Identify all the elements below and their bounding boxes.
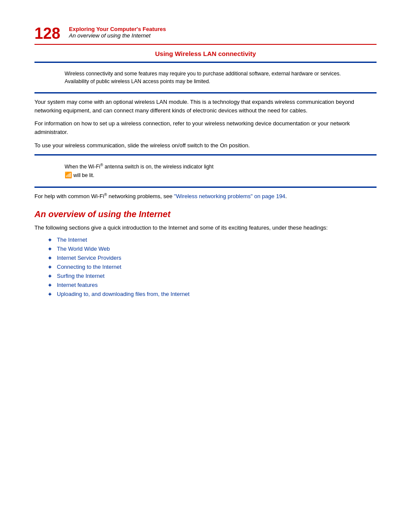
page-container: 128 Exploring Your Computer's Features A…: [0, 0, 411, 532]
internet-link-7[interactable]: Uploading to, and downloading files from…: [57, 291, 190, 297]
diamond-icon-2: ✦: [47, 246, 53, 252]
list-item: ✦ Internet features: [47, 282, 377, 289]
list-item: ✦ Internet Service Providers: [47, 255, 377, 261]
note-box-1: Wireless connectivity and some features …: [60, 66, 351, 89]
list-item: ✦ The Internet: [47, 236, 377, 243]
blue-bar-4: [34, 187, 377, 188]
blue-bar-1: [34, 62, 377, 63]
para3: To use your wireless communication, slid…: [34, 141, 377, 150]
internet-links-list: ✦ The Internet ✦ The World Wide Web ✦ In…: [47, 236, 377, 298]
blue-bar-2: [34, 92, 377, 93]
section1-heading: Using Wireless LAN connectivity: [34, 50, 377, 57]
para4-suffix: networking problems, see: [107, 193, 174, 199]
wifi-note-suffix: antenna switch is on, the wireless indic…: [103, 164, 213, 170]
wifi-note-prefix: When the Wi-Fi: [65, 164, 100, 170]
para4-end: .: [285, 193, 287, 199]
diamond-icon-1: ✦: [47, 236, 53, 243]
section2-heading: An overview of using the Internet: [34, 209, 377, 219]
list-item: ✦ The World Wide Web: [47, 246, 377, 252]
page-number: 128: [34, 26, 60, 41]
diamond-icon-5: ✦: [47, 273, 53, 280]
internet-link-1[interactable]: The Internet: [57, 236, 87, 243]
internet-link-2[interactable]: The World Wide Web: [57, 246, 110, 252]
list-item: ✦ Surfing the Internet: [47, 273, 377, 280]
internet-link-3[interactable]: Internet Service Providers: [57, 255, 121, 261]
wifi-note-line2: will be lit.: [72, 172, 94, 178]
para2: For information on how to set up a wirel…: [34, 119, 377, 137]
internet-link-6[interactable]: Internet features: [57, 282, 98, 288]
page-header: 128 Exploring Your Computer's Features A…: [34, 26, 377, 45]
list-item: ✦ Connecting to the Internet: [47, 264, 377, 271]
internet-link-5[interactable]: Surfing the Internet: [57, 273, 105, 279]
note1-text: Wireless connectivity and some features …: [65, 71, 341, 84]
wifi-note: When the Wi-Fi® antenna switch is on, th…: [60, 159, 351, 183]
diamond-icon-6: ✦: [47, 282, 53, 289]
blue-bar-3: [34, 154, 377, 156]
header-title: Exploring Your Computer's Features: [69, 26, 166, 32]
internet-link-4[interactable]: Connecting to the Internet: [57, 264, 121, 270]
wifi-icon: 📶: [65, 171, 72, 178]
diamond-icon-4: ✦: [47, 264, 53, 271]
diamond-icon-7: ✦: [47, 291, 53, 298]
section2-intro: The following sections give a quick intr…: [34, 224, 377, 232]
para4-prefix: For help with common Wi-Fi: [34, 193, 104, 199]
wireless-problems-link[interactable]: "Wireless networking problems" on page 1…: [174, 193, 286, 199]
diamond-icon-3: ✦: [47, 255, 53, 261]
header-subtitle: An overview of using the Internet: [69, 32, 166, 39]
para1: Your system may come with an optional wi…: [34, 98, 377, 115]
para4: For help with common Wi-Fi® networking p…: [34, 192, 377, 201]
list-item: ✦ Uploading to, and downloading files fr…: [47, 291, 377, 298]
header-text: Exploring Your Computer's Features An ov…: [69, 26, 166, 39]
